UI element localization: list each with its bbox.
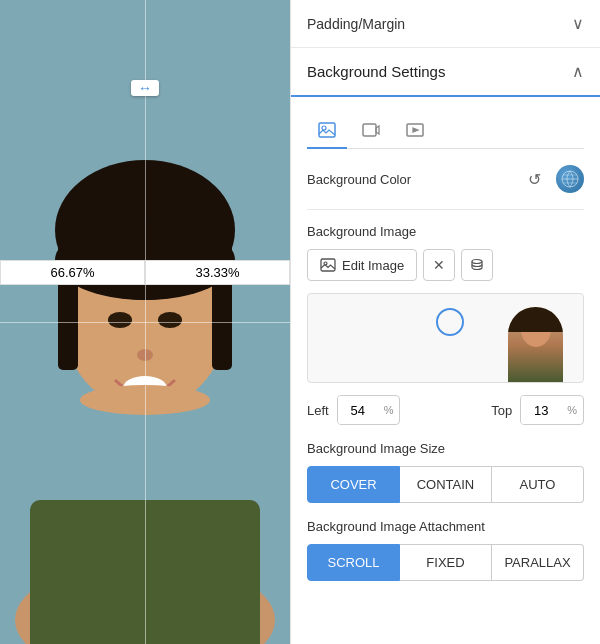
svg-rect-16: [363, 124, 376, 136]
horizontal-grid-line: [0, 322, 290, 323]
top-position-label: Top: [491, 403, 512, 418]
refresh-icon[interactable]: ↺: [520, 165, 548, 193]
image-size-group: COVER CONTAIN AUTO: [307, 466, 584, 503]
grid-overlay: [0, 0, 290, 644]
left-position-unit: %: [378, 404, 400, 416]
preview-position-dot[interactable]: [436, 308, 464, 336]
tab-image[interactable]: [307, 113, 347, 149]
padding-margin-label: Padding/Margin: [307, 16, 405, 32]
attachment-label: Background Image Attachment: [307, 519, 584, 534]
database-icon: [470, 258, 484, 272]
background-settings-label: Background Settings: [307, 63, 445, 80]
tab-slideshow[interactable]: [395, 113, 435, 149]
scroll-button[interactable]: SCROLL: [307, 544, 400, 581]
svg-rect-19: [321, 259, 335, 271]
preview-person: [508, 307, 563, 382]
background-settings-chevron: ∧: [572, 62, 584, 81]
left-position-input-wrap: %: [337, 395, 401, 425]
background-settings-content: Background Color ↺ Background Image: [291, 97, 600, 613]
left-panel: ↔ 66.67% 33.33%: [0, 0, 290, 644]
divider: [307, 209, 584, 210]
tab-row: [307, 113, 584, 149]
background-image-label: Background Image: [307, 224, 584, 239]
left-position-label: Left: [307, 403, 329, 418]
image-icon: [320, 257, 336, 273]
padding-margin-chevron: ∨: [572, 14, 584, 33]
background-color-label: Background Color: [307, 172, 411, 187]
top-position-unit: %: [561, 404, 583, 416]
background-settings-section[interactable]: Background Settings ∧: [291, 48, 600, 97]
cover-button[interactable]: COVER: [307, 466, 400, 503]
database-button[interactable]: [461, 249, 493, 281]
padding-margin-section[interactable]: Padding/Margin ∨: [291, 0, 600, 48]
svg-rect-14: [319, 123, 335, 137]
top-position-input[interactable]: [521, 396, 561, 424]
contain-button[interactable]: CONTAIN: [400, 466, 492, 503]
globe-icon[interactable]: [556, 165, 584, 193]
auto-button[interactable]: AUTO: [492, 466, 584, 503]
left-percentage: 66.67%: [0, 260, 145, 285]
percentage-labels: 66.67% 33.33%: [0, 260, 290, 285]
attachment-group: SCROLL FIXED PARALLAX: [307, 544, 584, 581]
resize-icon: ↔: [137, 83, 153, 93]
edit-image-button[interactable]: Edit Image: [307, 249, 417, 281]
image-size-label: Background Image Size: [307, 441, 584, 456]
resize-handle[interactable]: ↔: [131, 80, 159, 96]
image-preview[interactable]: [307, 293, 584, 383]
background-color-row: Background Color ↺: [307, 165, 584, 193]
svg-point-21: [472, 260, 482, 264]
position-row: Left % Top %: [307, 395, 584, 425]
left-position-input[interactable]: [338, 396, 378, 424]
top-position-input-wrap: %: [520, 395, 584, 425]
tab-video[interactable]: [351, 113, 391, 149]
svg-point-15: [322, 126, 326, 130]
remove-image-button[interactable]: ✕: [423, 249, 455, 281]
right-panel: Padding/Margin ∨ Background Settings ∧: [290, 0, 600, 644]
right-percentage: 33.33%: [145, 260, 290, 285]
fixed-button[interactable]: FIXED: [400, 544, 492, 581]
parallax-button[interactable]: PARALLAX: [492, 544, 584, 581]
edit-image-label: Edit Image: [342, 258, 404, 273]
edit-image-row: Edit Image ✕: [307, 249, 584, 281]
background-color-actions: ↺: [520, 165, 584, 193]
